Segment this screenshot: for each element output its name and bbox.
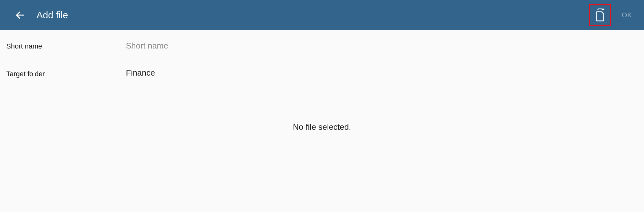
file-rotate-icon xyxy=(594,9,606,22)
short-name-input[interactable] xyxy=(126,39,638,54)
page-title: Add file xyxy=(37,10,589,20)
back-button[interactable] xyxy=(13,8,28,23)
app-header: Add file OK xyxy=(0,0,644,30)
short-name-label: Short name xyxy=(6,39,126,50)
empty-file-message: No file selected. xyxy=(6,122,638,132)
short-name-row: Short name xyxy=(6,39,638,54)
form-content: Short name Target folder Finance No file… xyxy=(0,30,644,132)
file-picker-button[interactable] xyxy=(589,4,611,26)
ok-button[interactable]: OK xyxy=(616,7,638,23)
back-arrow-icon xyxy=(15,10,25,20)
target-folder-row: Target folder Finance xyxy=(6,67,638,78)
target-folder-value[interactable]: Finance xyxy=(126,67,638,78)
target-folder-label: Target folder xyxy=(6,67,126,78)
